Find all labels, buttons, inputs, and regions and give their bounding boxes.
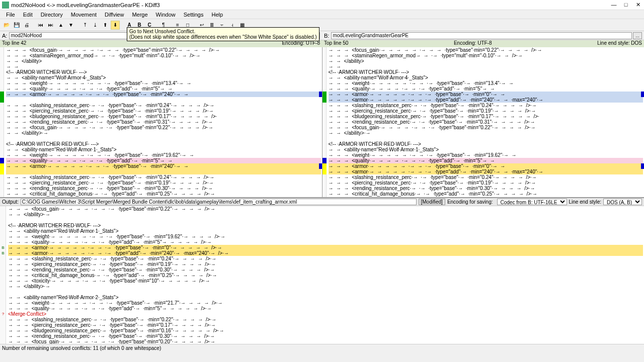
code-line: → → → <armor·→ → → → → ·→ → ·→ ·type="ad… bbox=[329, 97, 643, 103]
output-enc-label: Encoding for saving: bbox=[445, 199, 495, 205]
code-line: → → → <critical_hit_damage_bonus·→ ·→ ·t… bbox=[6, 191, 321, 197]
path-b-input[interactable] bbox=[331, 32, 632, 39]
prev-conflict-icon[interactable]: ⬆ bbox=[101, 21, 110, 30]
window-controls: — □ ✕ bbox=[610, 2, 642, 8]
pane-a[interactable]: → → → <focus_gain·→ → → → → ·→ → → ·type… bbox=[0, 47, 323, 197]
go-first-icon[interactable]: ⏮ bbox=[36, 21, 45, 30]
output-line: → → → <piercing_resistance_perc·→ ·→ ·ty… bbox=[8, 322, 643, 328]
close-button[interactable]: ✕ bbox=[634, 2, 642, 8]
output-line: → → → <slashing_resistance_perc·→ ·→ ·ty… bbox=[8, 317, 643, 322]
output-path[interactable] bbox=[21, 199, 417, 205]
menubar: FileEditDirectoryMovementDiffviewMergeWi… bbox=[0, 10, 644, 19]
code-line: → → → <focus_gain·→ → → → → ·→ → → ·type… bbox=[6, 47, 321, 53]
titlebar: mod2NoHood <-> modLevelingGrandmasterGea… bbox=[0, 0, 644, 10]
pane-b[interactable]: → → → <focus_gain·→ → → → → ·→ → → ·type… bbox=[323, 47, 645, 197]
code-line: → → → <weight·→ → → → → ·→ → ·→ ·type="b… bbox=[329, 152, 643, 158]
menu-window[interactable]: Window bbox=[152, 12, 180, 18]
info-b-topline: Top line 50 bbox=[324, 40, 348, 47]
code-line: → → → <piercing_resistance_perc·→ ·→ ·ty… bbox=[6, 108, 321, 114]
print-icon[interactable]: 🖨 bbox=[22, 21, 31, 30]
menu-settings[interactable]: Settings bbox=[180, 12, 208, 18]
code-line: → → → <bludgeoning_resistance_perc·→ ·ty… bbox=[6, 114, 321, 119]
menu-edit[interactable]: Edit bbox=[19, 12, 37, 18]
code-line: → → → <rending_resistance_perc·→ ·→ ·typ… bbox=[6, 119, 321, 125]
code-line bbox=[6, 136, 321, 141]
output-line: → → → <quality·→ → → → ·→ → ·→ ·type="ad… bbox=[8, 239, 643, 245]
toolbar: 📂 💾 🖨 ⏮ ⏭ ▲ ▼ ⤒ ⤓ ⬆ ⬇ A B C ¶ ≡ □ ↩ ≣ ⫟ … bbox=[0, 19, 644, 31]
pathbar: A: ... B: ... bbox=[0, 31, 644, 40]
output-enc-select[interactable]: Codec from B: UTF-16LE bbox=[497, 199, 567, 205]
output-line: → → <ability·name="Red·Wolf·Armor·1·_Sta… bbox=[8, 228, 643, 234]
code-line bbox=[329, 136, 643, 141]
output-label: Output: bbox=[0, 199, 21, 205]
tooltip-line2: (Does not skip white space differences e… bbox=[129, 34, 317, 40]
output-line: → → → <armor·→ → → → → ·→ → ·→ ·type="ba… bbox=[8, 245, 643, 250]
infobar: Top line 42 Encoding: UTF-8 Top line 50 … bbox=[0, 40, 644, 47]
minimize-button[interactable]: — bbox=[610, 2, 618, 8]
code-line: → → → <piercing_resistance_perc·→ ·→ ·ty… bbox=[6, 180, 321, 186]
output-line: → → → <piercing_resistance_perc·→ ·→ ·ty… bbox=[8, 261, 643, 267]
next-conflict-icon[interactable]: ⬇ bbox=[111, 21, 120, 30]
code-line: → → → <piercing_resistance_perc·→ ·→ ·ty… bbox=[329, 108, 643, 114]
output-lineend-select[interactable]: DOS (A, B) bbox=[603, 199, 642, 205]
menu-directory[interactable]: Directory bbox=[37, 12, 67, 18]
code-line: → → → <slashing_resistance_perc·→ ·→ ·ty… bbox=[6, 103, 321, 108]
code-line: → → → <weight·→ → → → → ·→ → ·→ ·type="b… bbox=[329, 80, 643, 86]
info-a-encoding: Encoding: UTF-8 bbox=[282, 40, 320, 47]
code-line: → → → <quality·→ → → → ·→ → ·→ ·type="ad… bbox=[329, 86, 643, 92]
path-a-label: A: bbox=[2, 33, 7, 39]
code-line: → → → <bludgeoning_resistance_perc·→ ·ty… bbox=[329, 114, 643, 119]
output-lineend-label: Line end style: bbox=[569, 199, 602, 205]
menu-help[interactable]: Help bbox=[207, 12, 227, 18]
code-line: → → → <quality·→ → → → ·→ → ·→ ·type="ad… bbox=[6, 158, 321, 163]
code-line: → → → <quality·→ → → → ·→ → ·→ ·type="ad… bbox=[6, 86, 321, 92]
code-line bbox=[6, 97, 321, 103]
code-line: → → → <slashing_resistance_perc·→ ·→ ·ty… bbox=[329, 103, 643, 108]
code-line: → → </ability> bbox=[6, 58, 321, 64]
statusbar: Number of remaining unsolved conflicts: … bbox=[0, 344, 644, 352]
status-text: Number of remaining unsolved conflicts: … bbox=[2, 345, 161, 351]
menu-diffview[interactable]: Diffview bbox=[101, 12, 128, 18]
code-line: → → → <toxicity·→ → → → ·→ → ·→ ·type="b… bbox=[6, 197, 321, 197]
output-line: → → <ability·name="Red·Wolf·Armor·2·_Sta… bbox=[8, 295, 643, 300]
output-bar: Output: [Modified] Encoding for saving: … bbox=[0, 198, 644, 206]
code-line: → → → <focus_gain·→ → → → ·→ → ·→ ·type=… bbox=[6, 125, 321, 130]
code-line: → → → <focus_gain·→ → → → → ·→ → → ·type… bbox=[329, 47, 643, 53]
code-line: → → → <armor·→ → → → → ·→ → ·→ ·type="ba… bbox=[329, 92, 643, 97]
code-line: → → <ability·name="Red·Wolf·Armor·1·_Sta… bbox=[6, 147, 321, 152]
info-b: Top line 50 Encoding: UTF-8 Line end sty… bbox=[322, 40, 644, 47]
menu-merge[interactable]: Merge bbox=[128, 12, 151, 18]
info-a-topline: Top line 42 bbox=[2, 40, 26, 47]
go-top-icon[interactable]: ⤒ bbox=[80, 21, 90, 30]
code-line: → → <ability·name="Wolf·Armor·4·_Stats"> bbox=[329, 75, 643, 80]
maximize-button[interactable]: □ bbox=[622, 2, 630, 8]
code-line: → → → <armor·→ → → → → ·→ → ·→ ·type="ba… bbox=[6, 92, 321, 97]
code-line: → → → <armor·→ → → → → ·→ → ·→ ·type="ba… bbox=[6, 163, 321, 169]
app-icon bbox=[2, 2, 9, 9]
menu-movement[interactable]: Movement bbox=[67, 12, 101, 18]
code-line: <!-- ·ARMOR·WITCHER·WOLF· ---> bbox=[6, 69, 321, 75]
code-line: → → → <armor·→ → → → → ·→ → ·→ ·type="ad… bbox=[329, 169, 643, 174]
open-icon[interactable]: 📂 bbox=[2, 21, 11, 30]
path-b-browse[interactable]: ... bbox=[633, 32, 642, 39]
menu-file[interactable]: File bbox=[2, 12, 19, 18]
output-line: → → → <rending_resistance_perc·→ ·→ ·typ… bbox=[8, 267, 643, 273]
code-line: → → → <rending_resistance_perc·→ ·→ ·typ… bbox=[329, 186, 643, 191]
go-prev-icon[interactable]: ▲ bbox=[56, 21, 65, 30]
go-bottom-icon[interactable]: ⤓ bbox=[91, 21, 100, 30]
go-last-icon[interactable]: ⏭ bbox=[46, 21, 55, 30]
output-line bbox=[8, 217, 643, 223]
tooltip: Go to Next Unsolved Conflict. (Does not … bbox=[127, 27, 319, 41]
code-line: → → → <quality·→ → → → ·→ → ·→ ·type="ad… bbox=[329, 158, 643, 163]
output-line: <Merge·Conflict> bbox=[8, 311, 643, 317]
go-next-icon[interactable]: ▼ bbox=[66, 21, 75, 30]
info-b-lineend: Line end style: DOS bbox=[597, 40, 642, 47]
code-line bbox=[6, 169, 321, 174]
diff-panes: → → → <focus_gain·→ → → → → ·→ → → ·type… bbox=[0, 47, 644, 198]
code-line: → → → <critical_hit_damage_bonus·→ ·→ ·t… bbox=[329, 191, 643, 197]
code-line: → → → <rending_resistance_perc·→ ·→ ·typ… bbox=[329, 119, 643, 125]
code-line: <!-- ·ARMOR·WITCHER·RED·WOLF· ---> bbox=[6, 141, 321, 147]
save-icon[interactable]: 💾 bbox=[12, 21, 21, 30]
code-line: → → → <armor·→ → → → → ·→ → ·→ ·type="ba… bbox=[329, 163, 643, 169]
output-pane[interactable]: BB? → → → <focus_gain·→ → → → ·→ → ·→ ·t… bbox=[0, 206, 644, 344]
